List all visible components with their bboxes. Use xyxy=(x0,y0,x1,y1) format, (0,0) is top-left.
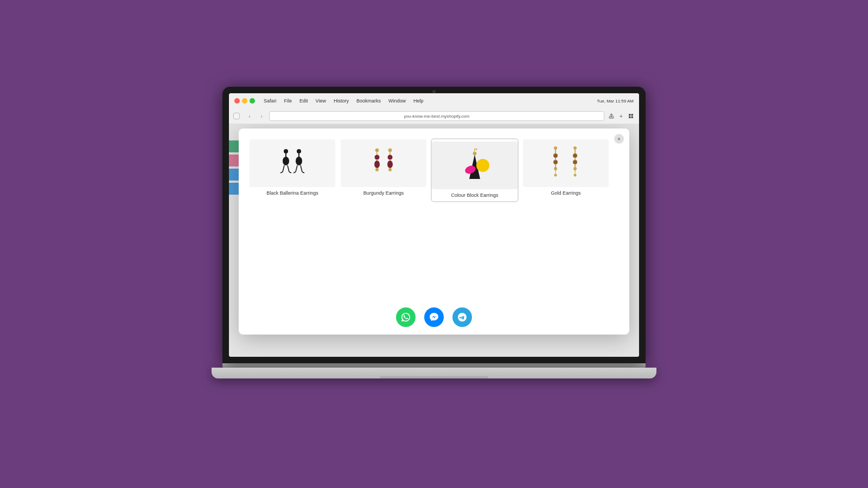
svg-point-23 xyxy=(375,155,380,160)
browser-chrome: Safari File Edit View History Bookmarks … xyxy=(229,93,639,124)
svg-point-49 xyxy=(574,174,577,177)
menu-file[interactable]: File xyxy=(284,98,292,104)
menu-view[interactable]: View xyxy=(316,98,326,104)
window-buttons xyxy=(233,113,240,119)
product-card-black-ballerina[interactable]: Black Ballerina Earrings xyxy=(250,139,335,201)
title-bar: Safari File Edit View History Bookmarks … xyxy=(229,93,639,108)
svg-line-11 xyxy=(283,165,284,172)
svg-rect-1 xyxy=(629,114,631,116)
svg-point-5 xyxy=(284,149,288,153)
forward-button[interactable]: › xyxy=(257,112,266,120)
svg-line-18 xyxy=(302,172,304,173)
svg-line-17 xyxy=(293,172,296,173)
svg-point-42 xyxy=(554,174,557,177)
svg-point-32 xyxy=(476,159,489,172)
svg-point-30 xyxy=(388,168,392,171)
svg-line-15 xyxy=(280,172,283,173)
svg-point-28 xyxy=(387,160,393,168)
menu-bookmarks[interactable]: Bookmarks xyxy=(356,98,381,104)
menu-history[interactable]: History xyxy=(334,98,349,104)
toolbar-actions: + xyxy=(608,112,635,120)
menu-safari[interactable]: Safari xyxy=(264,98,277,104)
close-traffic-light[interactable] xyxy=(234,98,240,104)
product-card-burgundy[interactable]: Burgundy Earrings xyxy=(341,139,426,201)
product-image-black-ballerina xyxy=(250,139,335,187)
share-icon[interactable] xyxy=(608,112,615,120)
product-card-colour-block[interactable]: Colour Block Earrings xyxy=(432,139,518,201)
laptop-hinge xyxy=(222,363,646,368)
svg-point-6 xyxy=(297,149,301,153)
svg-point-24 xyxy=(388,155,393,160)
svg-line-16 xyxy=(289,172,291,173)
product-image-colour-block xyxy=(432,142,518,189)
svg-line-12 xyxy=(288,165,289,172)
laptop-base xyxy=(212,368,656,378)
menu-help[interactable]: Help xyxy=(413,98,424,104)
svg-point-38 xyxy=(553,153,558,158)
tab-overview-icon[interactable] xyxy=(627,112,635,120)
social-share-row xyxy=(239,307,629,327)
messenger-share-button[interactable] xyxy=(424,307,444,327)
svg-line-14 xyxy=(301,165,302,172)
svg-point-45 xyxy=(573,153,577,158)
view-toggle[interactable] xyxy=(233,113,240,119)
svg-point-29 xyxy=(375,168,379,171)
svg-rect-21 xyxy=(376,152,378,155)
minimize-traffic-light[interactable] xyxy=(242,98,247,104)
svg-point-46 xyxy=(573,160,577,164)
menu-window[interactable]: Window xyxy=(388,98,406,104)
product-image-burgundy xyxy=(341,139,426,187)
svg-rect-2 xyxy=(631,114,634,116)
browser-toolbar: ‹ › you-know-me-best.myshopify.com + xyxy=(229,108,639,124)
product-card-gold[interactable]: Gold Earrings xyxy=(523,139,609,201)
svg-rect-4 xyxy=(631,117,634,119)
laptop: Safari File Edit View History Bookmarks … xyxy=(217,87,651,401)
new-tab-icon[interactable]: + xyxy=(617,112,625,120)
modal-overlay: × xyxy=(229,124,639,357)
product-modal: × xyxy=(239,129,629,335)
product-name-burgundy: Burgundy Earrings xyxy=(363,190,404,197)
url-text: you-know-me-best.myshopify.com xyxy=(404,114,470,119)
svg-point-39 xyxy=(553,160,558,164)
svg-point-10 xyxy=(296,157,302,165)
screen-bezel: Safari File Edit View History Bookmarks … xyxy=(222,87,646,363)
svg-line-13 xyxy=(296,165,297,172)
camera-dot xyxy=(432,90,436,93)
status-time: Tue, Mar 11:59 AM xyxy=(597,99,634,104)
svg-point-37 xyxy=(554,146,557,150)
product-image-gold xyxy=(523,139,609,187)
svg-point-20 xyxy=(388,149,392,152)
title-bar-left: Safari File Edit View History Bookmarks … xyxy=(234,98,423,104)
status-bar-right: Tue, Mar 11:59 AM xyxy=(597,99,634,104)
product-name-black-ballerina: Black Ballerina Earrings xyxy=(266,190,318,197)
svg-point-19 xyxy=(375,149,379,152)
svg-point-40 xyxy=(554,167,557,170)
modal-close-button[interactable]: × xyxy=(614,134,624,144)
telegram-share-button[interactable] xyxy=(452,307,472,327)
address-bar[interactable]: you-know-me-best.myshopify.com xyxy=(269,111,604,121)
svg-point-9 xyxy=(283,157,289,165)
svg-point-34 xyxy=(473,152,476,155)
product-name-colour-block: Colour Block Earrings xyxy=(451,192,498,199)
svg-rect-22 xyxy=(390,152,391,155)
menu-edit[interactable]: Edit xyxy=(299,98,308,104)
browser-content: × xyxy=(229,124,639,357)
svg-point-47 xyxy=(573,167,577,170)
svg-point-27 xyxy=(374,160,380,168)
svg-point-44 xyxy=(573,146,577,150)
products-grid: Black Ballerina Earrings xyxy=(250,139,618,201)
maximize-traffic-light[interactable] xyxy=(250,98,255,104)
menu-bar: Safari File Edit View History Bookmarks … xyxy=(264,98,423,104)
product-name-gold: Gold Earrings xyxy=(551,190,580,197)
screen: Safari File Edit View History Bookmarks … xyxy=(229,93,639,357)
back-button[interactable]: ‹ xyxy=(245,112,254,120)
whatsapp-share-button[interactable] xyxy=(396,307,416,327)
traffic-lights xyxy=(234,98,255,104)
svg-rect-3 xyxy=(629,117,631,119)
